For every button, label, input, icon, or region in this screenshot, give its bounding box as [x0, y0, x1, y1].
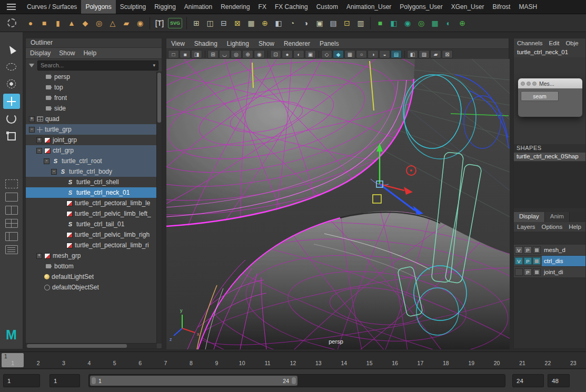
history-input-icon[interactable]: ⊡: [270, 50, 281, 58]
outliner-row[interactable]: -turtle_ctrl_root: [26, 156, 157, 166]
polygon-pipe-icon[interactable]: ◉: [133, 16, 147, 30]
layer-visibility-toggle[interactable]: [515, 268, 523, 276]
make-live-icon[interactable]: ◉: [254, 50, 265, 58]
channel-box-menu-item[interactable]: Channels: [514, 40, 546, 46]
app-menu-icon[interactable]: [7, 4, 16, 10]
animation-end-field[interactable]: 48: [548, 374, 570, 387]
outliner-row[interactable]: +quad: [26, 114, 157, 124]
smooth-icon[interactable]: ◔: [285, 16, 299, 30]
layer-editor-tab[interactable]: Anim: [545, 212, 570, 222]
separator[interactable]: [150, 17, 150, 29]
window-zoom-icon[interactable]: [532, 82, 537, 86]
channel-box-menu-item[interactable]: Edit: [546, 40, 563, 46]
green-arch-icon[interactable]: ◧: [387, 16, 401, 30]
outliner-row[interactable]: turtle_ctrl_pelvic_limb_righ: [26, 229, 157, 240]
outliner-row[interactable]: -turtle_ctrl_body: [26, 166, 157, 177]
polygon-plane-icon[interactable]: ◆: [78, 16, 92, 30]
separator[interactable]: [267, 51, 268, 58]
playback-range-handle[interactable]: 1 24: [90, 376, 297, 386]
menu-item[interactable]: MASH: [514, 0, 541, 14]
viewport-3d[interactable]: y x z persp: [166, 59, 509, 348]
outliner-row[interactable]: +joint_grp: [26, 135, 157, 145]
expand-toggle[interactable]: -: [36, 148, 42, 154]
select-hierarchy-icon[interactable]: □: [168, 50, 179, 58]
outliner-row[interactable]: defaultLightSet: [26, 272, 157, 282]
animation-start-field[interactable]: 1: [3, 374, 40, 387]
menu-item[interactable]: Custom: [312, 0, 342, 14]
layout-outliner-pane-icon[interactable]: [5, 232, 18, 241]
camera-gate-icon[interactable]: ⊠: [442, 50, 453, 58]
seam-button[interactable]: seam: [521, 91, 559, 101]
window-close-icon[interactable]: [521, 82, 525, 86]
mirror-icon[interactable]: ◧: [272, 16, 285, 30]
polygon-cube-icon[interactable]: ■: [37, 16, 51, 30]
menu-item[interactable]: XGen_User: [447, 0, 489, 14]
scrollbar-thumb[interactable]: [157, 73, 161, 123]
ipr-render-icon[interactable]: ◐: [293, 50, 304, 58]
paint-weights-icon[interactable]: ⊡: [340, 16, 354, 30]
outliner-menu-item[interactable]: Display: [26, 49, 55, 57]
snap-center-icon[interactable]: ⊕: [242, 50, 253, 58]
outliner-row[interactable]: -turtle_grp: [26, 124, 157, 135]
grease-pencil-icon[interactable]: ▰: [430, 50, 441, 58]
separator[interactable]: [370, 17, 371, 29]
viewport-menu-item[interactable]: View: [166, 40, 190, 47]
range-slider-track[interactable]: 1 24: [88, 374, 505, 387]
green-sphere-icon[interactable]: ◉: [401, 16, 414, 30]
layer-playback-toggle[interactable]: P: [524, 257, 532, 265]
polygon-pyramid-icon[interactable]: △: [106, 16, 120, 30]
layer-color-swatch[interactable]: [533, 246, 541, 254]
outliner-row[interactable]: turtle_ctrl_tail_01: [26, 219, 157, 229]
layout-list-icon[interactable]: [5, 245, 18, 254]
polygon-prism-icon[interactable]: ▰: [120, 16, 133, 30]
outliner-row[interactable]: bottom: [26, 261, 157, 272]
green-half-icon[interactable]: ◐: [442, 16, 455, 30]
outliner-row[interactable]: +mesh_grp: [26, 250, 157, 261]
menu-item[interactable]: FX: [254, 0, 271, 14]
expand-toggle[interactable]: +: [36, 253, 42, 259]
outliner-row[interactable]: defaultObjectSet: [26, 282, 157, 293]
layer-editor-tab[interactable]: Display: [514, 212, 545, 222]
polygon-cylinder-icon[interactable]: ▮: [51, 16, 65, 30]
viewport-menu-item[interactable]: Show: [254, 40, 279, 47]
paint-select-tool-icon[interactable]: [3, 76, 20, 92]
textured-mode-icon[interactable]: ▦: [344, 50, 355, 58]
move-tool-icon[interactable]: [3, 94, 20, 109]
rotate-tool-icon[interactable]: [3, 111, 20, 126]
uv-editor-icon[interactable]: ▤: [326, 16, 340, 30]
layer-color-swatch[interactable]: [533, 257, 541, 265]
layer-playback-toggle[interactable]: P: [524, 246, 532, 254]
outliner-row[interactable]: -ctrl_grp: [26, 145, 157, 156]
layer-visibility-toggle[interactable]: V: [515, 246, 523, 254]
render-settings-icon[interactable]: ▣: [305, 50, 316, 58]
layout-two-pane-icon[interactable]: [5, 206, 18, 215]
layout-four-pane-icon[interactable]: [5, 219, 18, 228]
menu-item[interactable]: FX Caching: [271, 0, 312, 14]
scale-tool-icon[interactable]: [3, 128, 20, 144]
playback-start-field[interactable]: 1: [49, 374, 80, 387]
isolate-select-icon[interactable]: ◧: [407, 50, 418, 58]
expand-toggle[interactable]: -: [29, 127, 35, 133]
layer-row[interactable]: VPctrl_dis: [514, 256, 585, 267]
time-slider[interactable]: 1 1234567891011121314151617181920212223: [0, 351, 586, 369]
layer-row[interactable]: VPmesh_d: [514, 245, 585, 256]
multi-cut-icon[interactable]: ⊠: [231, 16, 244, 30]
lights-icon[interactable]: ○: [356, 50, 367, 58]
outliner-horizontal-scrollbar[interactable]: [26, 343, 157, 348]
green-ring-icon[interactable]: ◎: [414, 16, 428, 30]
type-tool-icon[interactable]: [T]: [153, 16, 166, 30]
outliner-row[interactable]: front: [26, 93, 157, 103]
viewport-menu-item[interactable]: Shading: [190, 40, 222, 47]
menu-item[interactable]: Animation: [180, 0, 216, 14]
layer-row[interactable]: Pjoint_di: [514, 267, 585, 278]
snap-point-icon[interactable]: ◎: [231, 50, 242, 58]
menu-item[interactable]: Rendering: [216, 0, 254, 14]
expand-toggle[interactable]: -: [44, 158, 49, 164]
outliner-row[interactable]: turtle_ctrl_neck_01: [26, 187, 157, 198]
viewport-menu-item[interactable]: Lighting: [222, 40, 254, 47]
layer-visibility-toggle[interactable]: V: [515, 257, 523, 265]
layout-single-pane-icon[interactable]: [5, 193, 18, 202]
channel-box-menu-item[interactable]: Obje: [562, 40, 581, 46]
window-minimize-icon[interactable]: [527, 82, 531, 86]
layer-editor-menu-item[interactable]: Help: [565, 224, 584, 230]
